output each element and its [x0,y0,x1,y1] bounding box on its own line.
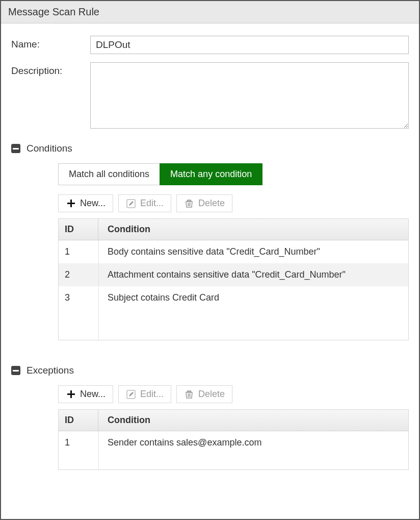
cell-id: 1 [59,431,98,454]
conditions-delete-button[interactable]: Delete [176,194,232,212]
table-row[interactable]: 1 Sender contains sales@example.com [59,431,408,454]
exceptions-delete-label: Delete [198,389,225,400]
exceptions-table: ID Condition 1 Sender contains sales@exa… [58,409,409,470]
cell-condition: Attachment contains sensitive data "Cred… [98,263,408,286]
conditions-header[interactable]: Conditions [11,143,409,154]
conditions-new-label: New... [80,198,106,209]
plus-icon [66,199,76,209]
description-row: Description: [11,62,409,129]
plus-icon [66,389,76,400]
collapse-icon [11,366,20,375]
cell-id: 1 [59,240,98,263]
exceptions-delete-button[interactable]: Delete [176,385,232,403]
pencil-icon [126,199,136,209]
pencil-icon [126,389,136,400]
table-spacer [59,454,408,469]
table-spacer [59,309,408,340]
conditions-edit-label: Edit... [140,198,164,209]
conditions-table-header: ID Condition [59,219,408,240]
cell-condition: Body contains sensitive data "Credit_Car… [98,240,408,263]
match-any-button[interactable]: Match any condition [160,163,262,185]
table-row[interactable]: 1 Body contains sensitive data "Credit_C… [59,240,408,263]
trash-icon [184,389,194,400]
collapse-icon [11,144,20,153]
exceptions-title: Exceptions [27,365,74,376]
conditions-delete-label: Delete [198,198,225,209]
exceptions-new-button[interactable]: New... [58,385,113,403]
name-input[interactable] [90,36,409,54]
conditions-section: Conditions Match all conditions Match an… [11,143,409,340]
conditions-col-condition[interactable]: Condition [98,219,408,240]
exceptions-table-header: ID Condition [59,410,408,431]
column-divider [98,240,99,340]
cell-id: 2 [59,263,98,286]
exceptions-col-condition[interactable]: Condition [98,410,408,431]
conditions-col-id[interactable]: ID [59,219,98,240]
conditions-edit-button[interactable]: Edit... [118,194,171,212]
exceptions-toolbar: New... Edit... Delete [58,385,409,403]
conditions-title: Conditions [27,143,72,154]
trash-icon [184,199,194,209]
cell-condition: Sender contains sales@example.com [98,431,408,454]
description-label: Description: [11,62,90,77]
conditions-table-body: 1 Body contains sensitive data "Credit_C… [59,240,408,340]
exceptions-table-body: 1 Sender contains sales@example.com [59,431,408,469]
cell-condition: Subject cotains Credit Card [98,286,408,309]
conditions-table: ID Condition 1 Body contains sensitive d… [58,218,409,340]
exceptions-new-label: New... [80,389,106,400]
cell-id: 3 [59,286,98,309]
exceptions-header[interactable]: Exceptions [11,365,409,376]
panel-title: Message Scan Rule [1,1,419,23]
conditions-toolbar: New... Edit... Delete [58,194,409,212]
column-divider [98,431,99,469]
content-area: Name: Description: Conditions Match all … [1,23,419,480]
message-scan-rule-window: Message Scan Rule Name: Description: Con… [0,0,420,520]
table-row[interactable]: 2 Attachment contains sensitive data "Cr… [59,263,408,286]
table-row[interactable]: 3 Subject cotains Credit Card [59,286,408,309]
conditions-body: Match all conditions Match any condition… [11,163,409,340]
exceptions-section: Exceptions New... Edit... [11,365,409,470]
conditions-new-button[interactable]: New... [58,194,113,212]
name-row: Name: [11,36,409,54]
exceptions-edit-button[interactable]: Edit... [118,385,171,403]
exceptions-body: New... Edit... Delete [11,385,409,470]
description-input[interactable] [90,62,409,129]
match-mode-toggle: Match all conditions Match any condition [58,163,409,185]
exceptions-edit-label: Edit... [140,389,164,400]
exceptions-col-id[interactable]: ID [59,410,98,431]
panel-title-text: Message Scan Rule [8,6,99,17]
match-all-button[interactable]: Match all conditions [58,163,160,185]
name-label: Name: [11,36,90,50]
